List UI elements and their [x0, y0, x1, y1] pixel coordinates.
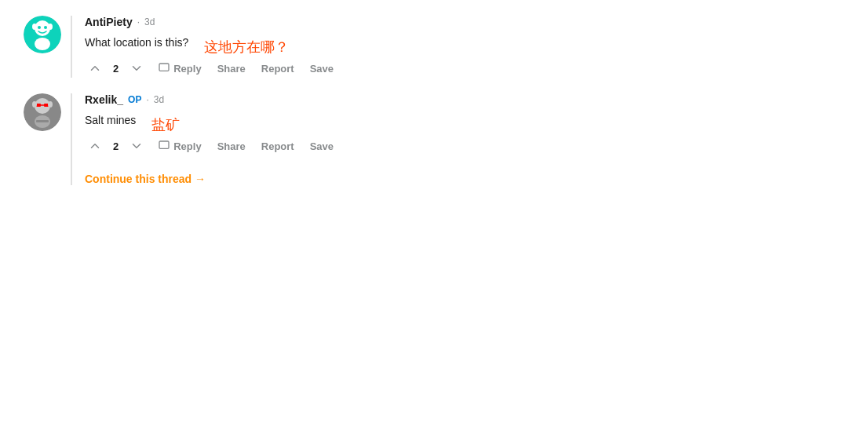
report-button[interactable]: Report [257, 60, 299, 78]
reply-button[interactable]: Reply [153, 137, 206, 155]
report-label: Report [261, 63, 294, 75]
downvote-button[interactable] [126, 60, 147, 77]
vote-count: 2 [113, 140, 119, 152]
avatar [24, 16, 61, 53]
comment-translation: 这地方在哪？ [204, 38, 289, 56]
save-button[interactable]: Save [305, 60, 338, 78]
vote-count: 2 [113, 63, 119, 75]
comment-text: What location is this? [85, 35, 188, 51]
time-ago: 3d [144, 16, 155, 27]
share-button[interactable]: Share [213, 137, 250, 155]
comment-translation: 盐矿 [151, 115, 180, 134]
comment-text-row: Salt mines 盐矿 [85, 112, 730, 137]
action-bar: 2 Reply Share Report [85, 137, 730, 155]
upvote-button[interactable] [85, 60, 105, 77]
username: Rxelik_ [85, 93, 123, 106]
svg-point-4 [32, 24, 37, 30]
upvote-button[interactable] [85, 137, 105, 155]
action-bar: 2 Reply Share Report [85, 59, 730, 78]
comment-item: AntiPiety · 3d What location is this? 这地… [24, 16, 730, 78]
save-label: Save [310, 63, 334, 75]
comment-thread: AntiPiety · 3d What location is this? 这地… [24, 16, 730, 185]
reply-button[interactable]: Reply [153, 59, 206, 78]
comment-body: Rxelik_ OP · 3d Salt mines 盐矿 2 [71, 93, 730, 185]
save-button[interactable]: Save [305, 137, 338, 155]
svg-point-5 [48, 24, 53, 30]
comment-header: Rxelik_ OP · 3d [85, 93, 730, 106]
avatar [24, 93, 61, 131]
report-label: Report [261, 140, 294, 152]
svg-rect-7 [159, 64, 169, 71]
reply-label: Reply [173, 63, 201, 75]
continue-thread-button[interactable]: Continue this thread → [85, 173, 206, 185]
comment-text: Salt mines [85, 112, 136, 129]
op-badge: OP [128, 94, 141, 105]
time-ago: 3d [154, 94, 164, 105]
svg-rect-16 [36, 120, 49, 122]
share-label: Share [217, 63, 246, 75]
share-label: Share [217, 140, 246, 152]
svg-point-2 [38, 26, 41, 29]
share-button[interactable]: Share [213, 60, 250, 78]
svg-point-3 [44, 26, 47, 29]
save-label: Save [310, 140, 334, 152]
downvote-button[interactable] [126, 137, 147, 155]
username: AntiPiety [85, 16, 133, 28]
report-button[interactable]: Report [257, 137, 299, 155]
svg-point-6 [35, 38, 50, 50]
svg-point-1 [35, 20, 50, 36]
comment-text-row: What location is this? 这地方在哪？ [85, 35, 730, 59]
comment-item: Rxelik_ OP · 3d Salt mines 盐矿 2 [24, 93, 730, 185]
comment-header: AntiPiety · 3d [85, 16, 730, 28]
reply-label: Reply [173, 140, 201, 152]
svg-rect-17 [159, 141, 169, 148]
comment-body: AntiPiety · 3d What location is this? 这地… [71, 16, 730, 78]
svg-point-13 [32, 101, 37, 108]
svg-point-14 [48, 101, 53, 108]
